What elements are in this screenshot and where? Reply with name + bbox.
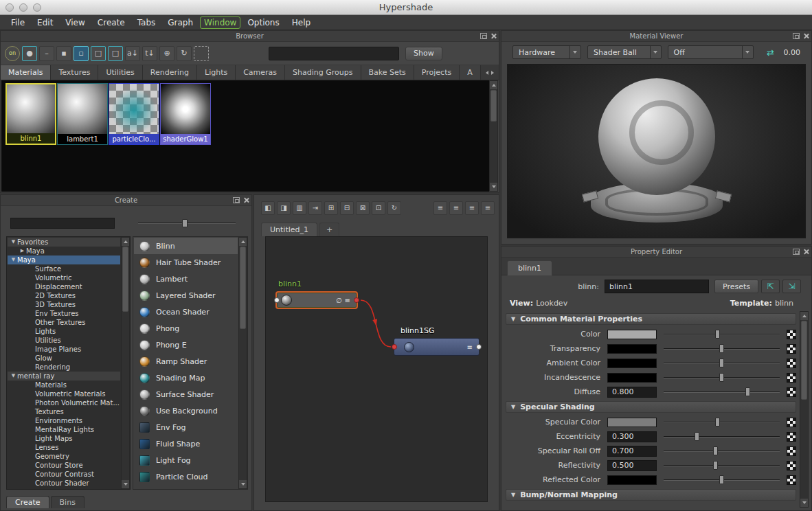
- output-port[interactable]: [476, 344, 482, 350]
- lookdev-view-toggle-icon[interactable]: ⇲: [782, 280, 801, 293]
- swatch-scrollbar[interactable]: [489, 80, 498, 192]
- grid-view-large-icon[interactable]: □: [108, 46, 123, 61]
- tree-item-volumetric[interactable]: Volumetric: [8, 273, 120, 282]
- close-panel-icon[interactable]: [243, 197, 249, 203]
- menu-options[interactable]: Options: [242, 16, 284, 29]
- scroll-up-icon[interactable]: [239, 238, 247, 246]
- tab-rendering[interactable]: Rendering: [143, 65, 197, 80]
- tree-item-displacement[interactable]: Displacement: [8, 282, 120, 291]
- close-panel-icon[interactable]: [803, 33, 809, 39]
- expanded-arrow-icon[interactable]: ▼: [10, 255, 17, 264]
- texture-map-button[interactable]: [787, 461, 796, 470]
- zoom-swatch-icon[interactable]: ⊕: [159, 46, 174, 61]
- scroll-up-icon[interactable]: [800, 312, 808, 320]
- tree-item-image-planes[interactable]: Image Planes: [8, 345, 120, 354]
- output-connections-icon[interactable]: ▥: [293, 201, 306, 215]
- menu-view[interactable]: View: [60, 16, 90, 29]
- geometry-dropdown[interactable]: Shader Ball: [587, 45, 662, 59]
- slider-handle[interactable]: [182, 219, 188, 227]
- expand-attributes-icon[interactable]: ≡: [467, 343, 473, 351]
- attribute-slider[interactable]: [664, 372, 780, 383]
- graph-selected-icon[interactable]: ⇥: [308, 201, 322, 215]
- attribute-slider[interactable]: [664, 343, 780, 354]
- layout-medium-icon[interactable]: ≡: [449, 201, 463, 215]
- tab-projects[interactable]: Projects: [414, 65, 460, 80]
- layout-compact-icon[interactable]: ≡: [433, 201, 447, 215]
- texture-map-button[interactable]: [787, 432, 796, 442]
- pin-selected-icon[interactable]: ⊡: [372, 201, 385, 215]
- material-blinn[interactable]: Blinn: [134, 238, 238, 254]
- texture-map-button[interactable]: [787, 373, 796, 383]
- grid-view-medium-icon[interactable]: □: [91, 46, 106, 61]
- material-phong-e[interactable]: Phong E: [134, 337, 238, 353]
- slider-handle[interactable]: [719, 475, 724, 484]
- value-field[interactable]: 0.700: [607, 446, 657, 457]
- layout-list-icon[interactable]: ≡: [481, 201, 495, 215]
- texture-map-button[interactable]: [787, 344, 796, 354]
- browser-panel-header[interactable]: Browser: [1, 31, 499, 42]
- tree-item-contour-store[interactable]: Contour Store: [8, 461, 120, 470]
- swatch-particleclo[interactable]: particleClo...: [109, 83, 159, 145]
- swatch-size-slider[interactable]: [138, 218, 236, 228]
- texture-map-button[interactable]: [787, 446, 796, 456]
- slider-handle[interactable]: [715, 418, 720, 427]
- expanded-arrow-icon[interactable]: ▼: [10, 372, 17, 381]
- material-hair-tube-shader[interactable]: Hair Tube Shader: [134, 254, 238, 271]
- swatch-render-on-toggle[interactable]: on: [5, 46, 20, 61]
- value-field[interactable]: 0.500: [607, 460, 657, 471]
- expanded-arrow-icon[interactable]: ▼: [10, 238, 17, 247]
- property-editor-scrollbar[interactable]: [800, 311, 809, 508]
- material-fluid-shape[interactable]: Fluid Shape: [134, 435, 238, 452]
- close-panel-icon[interactable]: [803, 249, 809, 255]
- tab-a[interactable]: A: [460, 65, 481, 80]
- material-viewer-toggle-icon[interactable]: ⇱: [761, 280, 780, 293]
- slider-handle[interactable]: [713, 461, 718, 470]
- material-shading-map[interactable]: Shading Map: [134, 370, 238, 386]
- menu-file[interactable]: File: [5, 16, 30, 29]
- slider-handle[interactable]: [719, 344, 724, 353]
- material-list-scrollbar[interactable]: [238, 237, 247, 489]
- tree-item-other-textures[interactable]: Other Textures: [8, 318, 120, 327]
- material-env-fog[interactable]: Env Fog: [134, 419, 238, 435]
- texture-map-button[interactable]: [787, 359, 796, 368]
- slider-handle[interactable]: [745, 387, 750, 396]
- tree-item-light-maps[interactable]: Light Maps: [8, 434, 120, 443]
- attribute-slider[interactable]: [664, 431, 780, 442]
- float-panel-icon[interactable]: [480, 33, 487, 39]
- tab-lights[interactable]: Lights: [197, 65, 236, 80]
- tab-shading-groups[interactable]: Shading Groups: [285, 65, 361, 80]
- tiny-swatch-icon[interactable]: ▪: [56, 46, 71, 61]
- material-ramp-shader[interactable]: Ramp Shader: [134, 353, 238, 370]
- tree-item-environments[interactable]: Environments: [8, 416, 120, 425]
- tree-item-surface[interactable]: Surface: [8, 264, 120, 273]
- titlebar[interactable]: Hypershade: [0, 0, 812, 15]
- tab-untitled-1[interactable]: Untitled_1: [261, 223, 317, 236]
- show-button[interactable]: Show: [405, 47, 442, 60]
- close-window-icon[interactable]: [5, 3, 14, 12]
- minimize-window-icon[interactable]: [19, 3, 27, 12]
- menu-graph[interactable]: Graph: [162, 16, 199, 29]
- swatch-area[interactable]: blinn1lambert1particleClo...shaderGlow1: [1, 80, 498, 192]
- value-field[interactable]: 0.800: [607, 387, 657, 398]
- marquee-select-icon[interactable]: [194, 46, 209, 61]
- filter-input[interactable]: [269, 47, 399, 60]
- refresh-swatches-icon[interactable]: ↻: [177, 46, 192, 61]
- io-connections-icon[interactable]: ◧: [261, 201, 275, 215]
- menu-help[interactable]: Help: [286, 16, 316, 29]
- close-panel-icon[interactable]: [490, 33, 497, 39]
- attribute-slider[interactable]: [664, 417, 780, 427]
- zoom-window-icon[interactable]: [33, 3, 41, 12]
- color-swatch[interactable]: [607, 330, 657, 339]
- tab-materials[interactable]: Materials: [1, 65, 51, 80]
- float-panel-icon[interactable]: [793, 249, 800, 255]
- tree-scrollbar[interactable]: [121, 237, 130, 489]
- scroll-down-icon[interactable]: [239, 480, 247, 488]
- scroll-down-icon[interactable]: [490, 183, 497, 191]
- scrollbar-thumb[interactable]: [240, 247, 246, 329]
- add-tab-button[interactable]: +: [319, 223, 339, 236]
- tabs-scroll-left-icon[interactable]: [486, 71, 488, 75]
- tree-item-materials[interactable]: Materials: [8, 381, 120, 389]
- tree-item-rendering[interactable]: Rendering: [8, 363, 120, 372]
- slider-handle[interactable]: [719, 359, 724, 367]
- tree-item-geometry[interactable]: Geometry: [8, 452, 120, 461]
